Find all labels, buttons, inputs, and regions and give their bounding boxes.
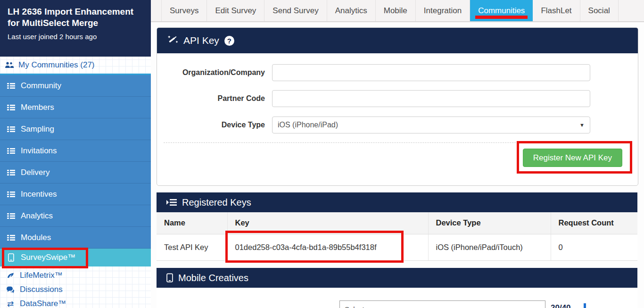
sidebar-item-datashare[interactable]: ⇄ DataShare™: [0, 297, 151, 308]
sidebar-item-label: Invitations: [21, 146, 57, 156]
sidebar-item-label: Sampling: [21, 125, 54, 134]
sidebar-item-community[interactable]: Community: [0, 75, 151, 97]
help-icon[interactable]: ?: [224, 36, 234, 46]
sidebar-item-sampling[interactable]: Sampling: [0, 118, 151, 140]
registered-keys-table: Name Key Device Type Request Count Test …: [157, 212, 637, 261]
sidebar-item-members[interactable]: Members: [0, 97, 151, 118]
device-type-label: Device Type: [157, 121, 272, 129]
list-icon: [6, 104, 16, 111]
sidebar: LH 2636 Import Enhancement for MultiSele…: [0, 0, 151, 308]
list-icon: [6, 213, 16, 219]
form-row-device-type: Device Type iOS (iPhone/iPad) ▼: [157, 117, 638, 133]
sidebar-item-label: Incentives: [21, 190, 57, 199]
table-row: Test API Key 01ded258-c03a-4cfa-bd1a-89b…: [157, 234, 637, 260]
sidebar-item-modules[interactable]: Modules: [0, 227, 151, 249]
column-header-name: Name: [157, 212, 227, 234]
tab-social[interactable]: Social: [580, 0, 619, 21]
partner-code-label: Partner Code: [157, 94, 272, 103]
key-list-icon: [166, 199, 177, 206]
sidebar-item-label: Analytics: [21, 211, 53, 221]
tab-send-survey[interactable]: Send Survey: [264, 0, 327, 21]
api-key-title: API Key: [183, 35, 219, 46]
registered-keys-title: Registered Keys: [182, 197, 251, 208]
mobile-phone-icon: [6, 253, 16, 262]
sidebar-item-delivery[interactable]: Delivery: [0, 162, 151, 183]
mobile-phone-icon: [166, 273, 173, 283]
sidebar-item-label: LifeMetrix™: [20, 271, 63, 280]
transfer-arrows-icon: ⇄: [6, 299, 15, 308]
top-navigation: Surveys Edit Survey Send Survey Analytic…: [151, 0, 644, 22]
mobile-creatives-panel: Mobile Creatives Select... 20/40: [157, 268, 637, 308]
key-device-type-cell: iOS (iPhone/iPad/iTouch): [428, 234, 551, 260]
sidebar-item-label: Members: [21, 103, 54, 112]
tab-communities[interactable]: Communities: [470, 0, 533, 21]
organization-label: Organization/Company: [157, 68, 272, 77]
sidebar-item-label: DataShare™: [20, 299, 66, 308]
main-content: API Key ? Organization/Company Partner C…: [151, 22, 644, 308]
magic-wand-icon: [167, 35, 178, 46]
tab-flashlet[interactable]: FlashLet: [533, 0, 580, 21]
registered-keys-header: Registered Keys: [157, 192, 637, 212]
list-icon: [6, 169, 16, 176]
my-communities-label: My Communities (27): [18, 60, 95, 70]
mobile-creatives-header: Mobile Creatives: [157, 268, 637, 288]
tab-analytics[interactable]: Analytics: [327, 0, 376, 21]
sidebar-item-lifemetrix[interactable]: LifeMetrix™: [0, 268, 151, 283]
partner-code-input[interactable]: [272, 90, 590, 107]
api-key-header: API Key ?: [157, 28, 638, 53]
organization-input[interactable]: [272, 64, 590, 81]
column-header-device-type: Device Type: [428, 212, 551, 234]
annotation-underline-communities: [475, 16, 528, 19]
mobile-creatives-title: Mobile Creatives: [178, 273, 248, 283]
device-type-selected-value: iOS (iPhone/iPad): [278, 121, 338, 129]
sidebar-item-invitations[interactable]: Invitations: [0, 140, 151, 162]
sidebar-item-discussions[interactable]: Discussions: [0, 283, 151, 297]
key-request-count-cell: 0: [551, 234, 637, 260]
key-value-cell: 01ded258-c03a-4cfa-bd1a-89b55b4f318f: [227, 234, 428, 260]
tab-mobile[interactable]: Mobile: [376, 0, 416, 21]
list-icon: [6, 148, 16, 154]
mobile-creatives-body: Select... 20/40: [157, 288, 637, 308]
register-new-api-key-button[interactable]: Register New API Key: [523, 149, 622, 167]
registered-keys-panel: Registered Keys Name Key Device Type Req…: [157, 192, 637, 261]
tab-integration[interactable]: Integration: [416, 0, 470, 21]
column-header-key: Key: [227, 212, 428, 234]
tab-edit-survey[interactable]: Edit Survey: [207, 0, 264, 21]
list-icon: [6, 191, 16, 198]
tab-communities-label: Communities: [478, 6, 525, 15]
creative-select[interactable]: Select...: [339, 300, 545, 308]
blue-marker-icon: [584, 303, 586, 308]
chevron-down-icon: ▼: [579, 122, 585, 128]
list-icon: [6, 83, 16, 89]
tab-surveys[interactable]: Surveys: [161, 0, 207, 21]
api-key-panel: API Key ? Organization/Company Partner C…: [157, 27, 638, 186]
sidebar-item-label: Community: [21, 81, 61, 91]
column-header-request-count: Request Count: [551, 212, 637, 234]
community-header: LH 2636 Import Enhancement for MultiSele…: [0, 0, 151, 57]
community-title: LH 2636 Import Enhancement for MultiSele…: [8, 6, 143, 29]
leaf-icon: [6, 272, 15, 279]
people-group-icon: [5, 62, 14, 68]
sidebar-item-analytics[interactable]: Analytics: [0, 205, 151, 227]
device-type-select[interactable]: iOS (iPhone/iPad) ▼: [272, 117, 590, 133]
list-icon: [6, 126, 16, 133]
dashed-divider: [164, 142, 631, 143]
last-user-joined-text: Last user joined 2 hours ago: [8, 33, 143, 41]
key-name-cell: Test API Key: [157, 234, 227, 260]
sidebar-item-surveyswipe[interactable]: SurveySwipe™: [0, 249, 151, 266]
sidebar-item-label: Delivery: [21, 168, 50, 177]
list-icon: [6, 234, 16, 241]
form-row-organization: Organization/Company: [157, 64, 638, 81]
my-communities-link[interactable]: My Communities (27): [0, 57, 151, 75]
table-header-row: Name Key Device Type Request Count: [157, 212, 637, 234]
chat-bubbles-icon: [6, 286, 15, 293]
sidebar-item-label: Modules: [21, 233, 51, 242]
form-row-partner-code: Partner Code: [157, 90, 638, 107]
sidebar-item-label: SurveySwipe™: [21, 253, 75, 262]
creative-counter-text: 20/40: [551, 303, 571, 308]
sidebar-item-incentives[interactable]: Incentives: [0, 183, 151, 205]
sidebar-item-label: Discussions: [20, 285, 63, 294]
